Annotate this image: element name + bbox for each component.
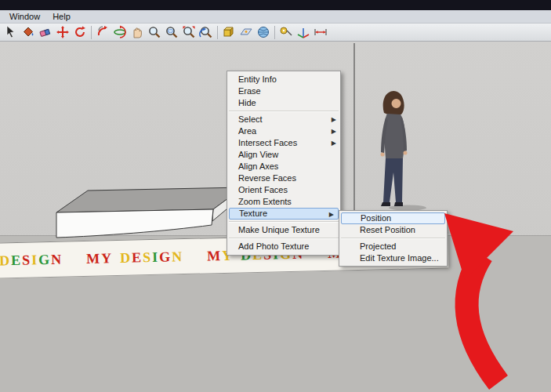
menu-item-align-axes[interactable]: Align Axes (227, 161, 340, 172)
menu-item-label: Align Axes (238, 162, 278, 171)
menu-item-label: Entity Info (238, 74, 277, 84)
menu-item-entity-info[interactable]: Entity Info (227, 74, 340, 85)
banner-word: MY DESIGN (86, 239, 184, 277)
menu-item-label: Make Unique Texture (238, 225, 320, 234)
menu-item-label: Reset Position (360, 225, 415, 234)
previous-view-icon[interactable] (198, 24, 215, 41)
menu-item-reset-position[interactable]: Reset Position (339, 224, 447, 236)
banner-word: MY DESIGN (0, 242, 63, 279)
paint-bucket-icon[interactable] (20, 24, 37, 41)
menu-item-projected[interactable]: Projected (339, 241, 447, 252)
context-menu: Entity InfoEraseHideSelect▶Area▶Intersec… (227, 71, 341, 256)
menu-separator (229, 238, 339, 239)
menu-item-erase[interactable]: Erase (227, 85, 340, 97)
menu-item-reverse-faces[interactable]: Reverse Faces (227, 172, 340, 184)
zoom-extents-icon[interactable] (180, 24, 198, 41)
menu-item-label: Position (361, 213, 391, 223)
menu-item-zoom-extents[interactable]: Zoom Extents (227, 196, 340, 208)
menu-item-label: Add Photo Texture (238, 241, 309, 251)
zoom-window-icon[interactable] (163, 24, 180, 41)
menu-item-position[interactable]: Position (341, 212, 445, 224)
submenu-arrow-icon: ▶ (329, 209, 334, 220)
offset-tool-icon[interactable] (94, 24, 111, 41)
menu-item-texture[interactable]: Texture▶ (229, 208, 339, 220)
menu-separator (341, 238, 445, 239)
menu-item-label: Erase (238, 86, 261, 96)
texture-submenu: PositionReset PositionProjectedEdit Text… (339, 210, 448, 267)
menu-item-label: Orient Faces (238, 185, 288, 194)
person-figure (381, 91, 427, 211)
menu-window[interactable]: Window (3, 11, 46, 22)
menu-item-label: Align View (238, 150, 278, 159)
platform-model (56, 187, 243, 238)
menu-item-label: Texture (239, 209, 267, 218)
menu-item-label: Reverse Faces (238, 173, 296, 183)
menu-item-add-photo-texture[interactable]: Add Photo Texture (227, 241, 340, 252)
menu-item-intersect-faces[interactable]: Intersect Faces▶ (227, 137, 340, 149)
menu-item-hide[interactable]: Hide (227, 97, 340, 109)
menu-item-label: Zoom Extents (238, 197, 292, 206)
submenu-arrow-icon: ▶ (332, 137, 336, 149)
menu-bar: WindowHelp (0, 10, 551, 24)
menu-item-orient-faces[interactable]: Orient Faces (227, 184, 340, 196)
menu-item-label: Area (238, 126, 256, 136)
dimension-tool-icon[interactable] (312, 24, 329, 41)
pan-tool-icon[interactable] (129, 24, 146, 41)
toolbar-separator (274, 26, 275, 39)
title-bar (0, 0, 551, 10)
menu-item-make-unique-texture[interactable]: Make Unique Texture (227, 224, 340, 236)
menu-help[interactable]: Help (46, 11, 77, 22)
menu-separator (229, 221, 339, 223)
menu-item-label: Edit Texture Image... (360, 253, 439, 263)
toolbar (0, 24, 551, 42)
menu-item-align-view[interactable]: Align View (227, 149, 340, 161)
menu-item-label: Select (238, 114, 263, 124)
toolbar-separator (91, 26, 92, 39)
add-location-icon[interactable] (255, 24, 272, 41)
menu-item-edit-texture-image[interactable]: Edit Texture Image... (339, 252, 447, 264)
menu-item-label: Projected (360, 241, 396, 251)
menu-item-select[interactable]: Select▶ (227, 114, 340, 125)
toolbar-separator (217, 26, 218, 39)
move-tool-icon[interactable] (54, 24, 71, 41)
make-component-icon[interactable] (220, 24, 237, 41)
tape-measure-icon[interactable] (277, 24, 295, 41)
app-window: WindowHelp (0, 0, 551, 392)
submenu-arrow-icon: ▶ (332, 125, 336, 137)
menu-item-area[interactable]: Area▶ (227, 125, 340, 137)
rotate-tool-icon[interactable] (71, 24, 89, 41)
axes-tool-icon[interactable] (295, 24, 312, 41)
menu-item-label: Intersect Faces (238, 138, 297, 147)
menu-separator (229, 111, 339, 112)
section-plane-icon[interactable] (237, 24, 255, 41)
menu-item-label: Hide (238, 98, 256, 107)
eraser-icon[interactable] (37, 24, 54, 41)
select-tool-icon[interactable] (2, 24, 20, 41)
orbit-tool-icon[interactable] (111, 24, 129, 41)
zoom-tool-icon[interactable] (146, 24, 163, 41)
submenu-arrow-icon: ▶ (332, 114, 336, 125)
